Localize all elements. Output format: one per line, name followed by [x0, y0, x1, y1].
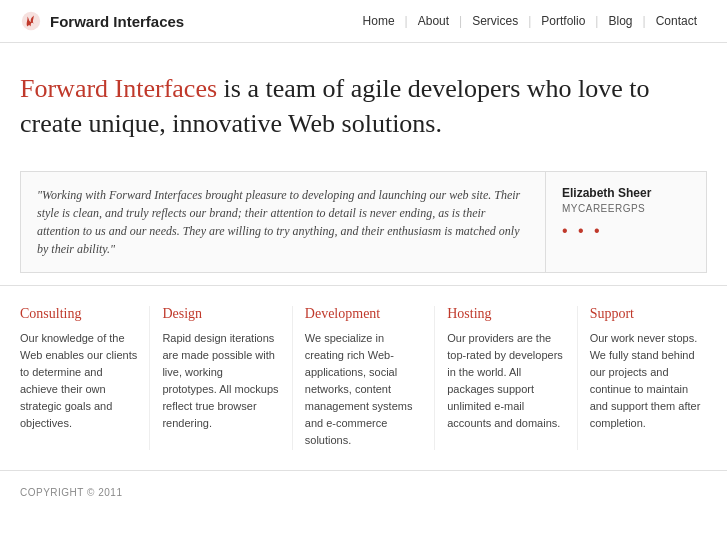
service-desc-development: We specialize in creating rich Web-appli… — [305, 330, 422, 449]
service-title-development: Development — [305, 306, 422, 322]
rating-dots: • • • — [562, 222, 690, 240]
service-col-support: SupportOur work never stops. We fully st… — [590, 306, 707, 449]
service-desc-design: Rapid design iterations are made possibl… — [162, 330, 279, 432]
main-nav: Home | About | Services | Portfolio | Bl… — [353, 14, 707, 28]
copyright-text: COPYRIGHT © 2011 — [20, 487, 122, 498]
header: Forward Interfaces Home | About | Servic… — [0, 0, 727, 43]
testimonial-author: Elizabeth Sheer MYCAREERGPS • • • — [546, 172, 706, 272]
author-company: MYCAREERGPS — [562, 203, 690, 214]
service-title-support: Support — [590, 306, 707, 322]
service-title-consulting: Consulting — [20, 306, 137, 322]
hero-section: Forward Interfaces is a team of agile de… — [0, 43, 727, 161]
service-title-design: Design — [162, 306, 279, 322]
logo-text: Forward Interfaces — [50, 13, 184, 30]
nav-contact[interactable]: Contact — [646, 14, 707, 28]
hero-text: Forward Interfaces is a team of agile de… — [20, 71, 707, 141]
service-col-development: DevelopmentWe specialize in creating ric… — [305, 306, 435, 449]
footer: COPYRIGHT © 2011 — [0, 470, 727, 514]
service-desc-hosting: Our providers are the top-rated by devel… — [447, 330, 564, 432]
nav-about[interactable]: About — [408, 14, 459, 28]
nav-blog[interactable]: Blog — [598, 14, 642, 28]
services-section: ConsultingOur knowledge of the Web enabl… — [0, 285, 727, 469]
logo-icon — [20, 10, 42, 32]
service-col-design: DesignRapid design iterations are made p… — [162, 306, 292, 449]
service-desc-support: Our work never stops. We fully stand beh… — [590, 330, 707, 432]
testimonial-quote: "Working with Forward Interfaces brought… — [21, 172, 546, 272]
nav-services[interactable]: Services — [462, 14, 528, 28]
author-name: Elizabeth Sheer — [562, 186, 690, 200]
logo-area: Forward Interfaces — [20, 10, 184, 32]
service-col-hosting: HostingOur providers are the top-rated b… — [447, 306, 577, 449]
hero-brand: Forward Interfaces — [20, 74, 217, 103]
nav-portfolio[interactable]: Portfolio — [531, 14, 595, 28]
service-desc-consulting: Our knowledge of the Web enables our cli… — [20, 330, 137, 432]
service-col-consulting: ConsultingOur knowledge of the Web enabl… — [20, 306, 150, 449]
testimonial-section: "Working with Forward Interfaces brought… — [20, 171, 707, 273]
service-title-hosting: Hosting — [447, 306, 564, 322]
nav-home[interactable]: Home — [353, 14, 405, 28]
